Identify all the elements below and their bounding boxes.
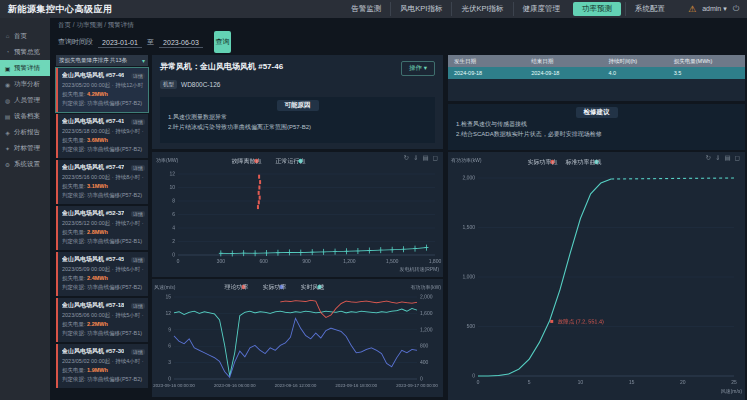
alarm-basis: 判定依据: 功率曲线偏移(P57-B1) [62, 330, 145, 337]
nav-item[interactable]: 风电KPI指标 [390, 2, 451, 16]
sidebar-item[interactable]: ◈分析报告 [0, 124, 50, 140]
data-view-icon[interactable]: ▤ [724, 155, 730, 162]
alarm-card[interactable]: 金山风电场风机 #57-30详情2023/05/02 00:00起 · 持续4小… [56, 344, 148, 388]
sidebar-item-label: 设备档案 [14, 112, 40, 121]
alarm-items: 金山风电场风机 #57-46详情2023/05/20 00:00起 · 持续12… [56, 68, 148, 388]
alarm-tag[interactable]: 详情 [131, 257, 145, 263]
report-icon: ◈ [4, 129, 11, 136]
table-row[interactable]: 2024-09-182024-09-184.03.5 [448, 67, 745, 79]
sidebar-item-label: 人员管理 [14, 96, 40, 105]
table-cell: 2024-09-18 [448, 70, 525, 76]
nav-item[interactable]: 光伏KPI指标 [451, 2, 512, 16]
user-menu[interactable]: admin ▾ [702, 5, 727, 13]
sidebar-item[interactable]: ◉功率分析 [0, 76, 50, 92]
alarm-time: 2023/05/18 00:00起 · 持续9小时 · 1条 [62, 128, 145, 135]
warning-icon[interactable]: ⚠ [688, 5, 696, 14]
alarm-card-header: 金山风电场风机 #57-30详情 [62, 347, 145, 356]
sidebar-item[interactable]: ⚙系统设置 [0, 156, 50, 172]
data-view-icon[interactable]: ▤ [422, 155, 428, 162]
download-icon[interactable]: ⇓ [413, 155, 418, 162]
sidebar-item[interactable]: ⌂首页 [0, 28, 50, 44]
sidebar-item[interactable]: ▤设备档案 [0, 108, 50, 124]
staff-icon: ◍ [4, 97, 11, 104]
user-name: admin [702, 5, 721, 12]
alarm-tag[interactable]: 详情 [131, 165, 145, 171]
alarm-loss-value: 2.4MWh [87, 275, 108, 281]
nav-item[interactable]: 健康度管理 [513, 2, 570, 16]
nav-item[interactable]: 系统配置 [625, 2, 674, 16]
action-dropdown-button[interactable]: 操作 ▾ [401, 61, 435, 76]
suggestion-item: 1.检查风速仪与传感器接线 [456, 119, 737, 129]
query-bar: 查询时间段 2023-01-01 至 2023-06-03 查询 [58, 31, 231, 53]
alarm-basis: 判定依据: 功率曲线偏移(P52-B1) [62, 238, 145, 245]
alarm-turbine-title: 金山风电场风机 #57-46 [62, 71, 124, 80]
top-navbar: 新能源集控中心高级应用 告警监测风电KPI指标光伏KPI指标健康度管理功率预测系… [0, 0, 747, 18]
device-icon: ▤ [4, 113, 11, 120]
breadcrumb-item[interactable]: 预警详情 [108, 21, 134, 28]
timeseries-chart-canvas [152, 279, 443, 397]
alarm-time: 2023/05/09 00:00起 · 持续6小时 · 1条 [62, 266, 145, 273]
cause-item: 2.叶片结冰或污染导致功率曲线偏离正常范围(P57-B2) [168, 122, 427, 132]
settings-icon: ⚙ [4, 161, 11, 168]
alarm-tag[interactable]: 详情 [131, 73, 145, 79]
maintenance-suggestion-card: 检修建议 1.检查风速仪与传感器接线2.结合SCADA数据核实叶片状态，必要时安… [448, 104, 745, 150]
sidebar-item-label: 对标管理 [14, 144, 40, 153]
table-cell: 2024-09-18 [525, 70, 602, 76]
sidebar-item[interactable]: ◔预警总览 [0, 44, 50, 60]
alarm-tag[interactable]: 详情 [131, 119, 145, 125]
sidebar-item[interactable]: ▣预警详情 [0, 60, 50, 76]
maintenance-suggestion-title: 检修建议 [576, 107, 618, 118]
alarm-sort-header[interactable]: 按损失电量降序排序 共13条 ▾ [56, 55, 148, 66]
refresh-icon[interactable]: ↻ [404, 155, 409, 162]
refresh-icon[interactable]: ↻ [706, 155, 711, 162]
alarm-card[interactable]: 金山风电场风机 #57-45详情2023/05/09 00:00起 · 持续6小… [56, 252, 148, 296]
alarm-time: 2023/05/12 00:00起 · 持续7小时 · 1条 [62, 220, 145, 227]
alarm-card-header: 金山风电场风机 #57-47详情 [62, 163, 145, 172]
download-icon[interactable]: ⇓ [715, 155, 720, 162]
end-date-input[interactable]: 2023-06-03 [159, 37, 203, 48]
alarm-loss-value: 2.2MWh [87, 321, 108, 327]
alarm-tag[interactable]: 详情 [131, 303, 145, 309]
alarm-card[interactable]: 金山风电场风机 #57-47详情2023/05/16 00:00起 · 持续8小… [56, 160, 148, 204]
alarm-basis: 判定依据: 功率曲线偏移(P57-B2) [62, 376, 145, 383]
table-header-cell: 结束日期 [525, 58, 602, 65]
alarm-card[interactable]: 金山风电场风机 #57-46详情2023/05/20 00:00起 · 持续12… [56, 68, 148, 112]
power-icon[interactable]: ⏻ [733, 4, 739, 14]
breadcrumb-item[interactable]: 首页 [58, 21, 71, 28]
alarm-card[interactable]: 金山风电场风机 #52-37详情2023/05/12 00:00起 · 持续7小… [56, 206, 148, 250]
alarm-tag[interactable]: 详情 [131, 349, 145, 355]
chevron-down-icon: ▾ [142, 57, 145, 64]
power-curve-canvas [448, 152, 745, 400]
alarm-card[interactable]: 金山风电场风机 #57-18详情2023/05/06 00:00起 · 持续5小… [56, 298, 148, 342]
alarm-card-header: 金山风电场风机 #57-18详情 [62, 301, 145, 310]
alarm-tag[interactable]: 详情 [131, 211, 145, 217]
table-cell: 4.0 [602, 70, 667, 76]
breadcrumb-item[interactable]: 功率预测 [76, 21, 102, 28]
sidebar-item-label: 首页 [14, 32, 27, 41]
maintenance-suggestion-box: 检修建议 1.检查风速仪与传感器接线2.结合SCADA数据核实叶片状态，必要时安… [448, 104, 745, 150]
home-icon: ⌂ [4, 33, 11, 39]
alarm-time: 2023/05/16 00:00起 · 持续8小时 · 1条 [62, 174, 145, 181]
table-header-cell: 持续时间(h) [602, 58, 667, 65]
zoom-icon[interactable]: ◻ [433, 155, 438, 162]
sidebar: ⌂首页◔预警总览▣预警详情◉功率分析◍人员管理▤设备档案◈分析报告✦对标管理⚙系… [0, 18, 50, 400]
alarm-card-header: 金山风电场风机 #57-41详情 [62, 117, 145, 126]
breadcrumb: 首页 / 功率预测 / 预警详情 [58, 21, 134, 30]
nav-item[interactable]: 告警监测 [342, 2, 390, 16]
start-date-input[interactable]: 2023-01-01 [98, 37, 142, 48]
alarm-card-header: 金山风电场风机 #52-37详情 [62, 209, 145, 218]
alarm-turbine-title: 金山风电场风机 #57-30 [62, 347, 124, 356]
power-analysis-icon: ◉ [4, 81, 11, 88]
zoom-icon[interactable]: ◻ [735, 155, 740, 162]
sidebar-item[interactable]: ◍人员管理 [0, 92, 50, 108]
model-badge: 机型 [160, 80, 177, 89]
search-button[interactable]: 查询 [214, 31, 231, 53]
alarm-card[interactable]: 金山风电场风机 #57-41详情2023/05/18 00:00起 · 持续9小… [56, 114, 148, 158]
alarm-time: 2023/05/06 00:00起 · 持续5小时 · 1条 [62, 312, 145, 319]
possible-causes-box: 可能原因 1.风速仪测量数据异常2.叶片结冰或污染导致功率曲线偏离正常范围(P5… [160, 97, 435, 143]
event-table-card: 发生日期结束日期持续时间(h)损失电量(MWh)2024-09-182024-0… [448, 55, 745, 101]
nav-item[interactable]: 功率预测 [573, 2, 621, 16]
alarm-loss-label: 损失电量: [62, 229, 87, 235]
alarm-loss-line: 损失电量: 2.4MWh [62, 275, 145, 282]
sidebar-item[interactable]: ✦对标管理 [0, 140, 50, 156]
